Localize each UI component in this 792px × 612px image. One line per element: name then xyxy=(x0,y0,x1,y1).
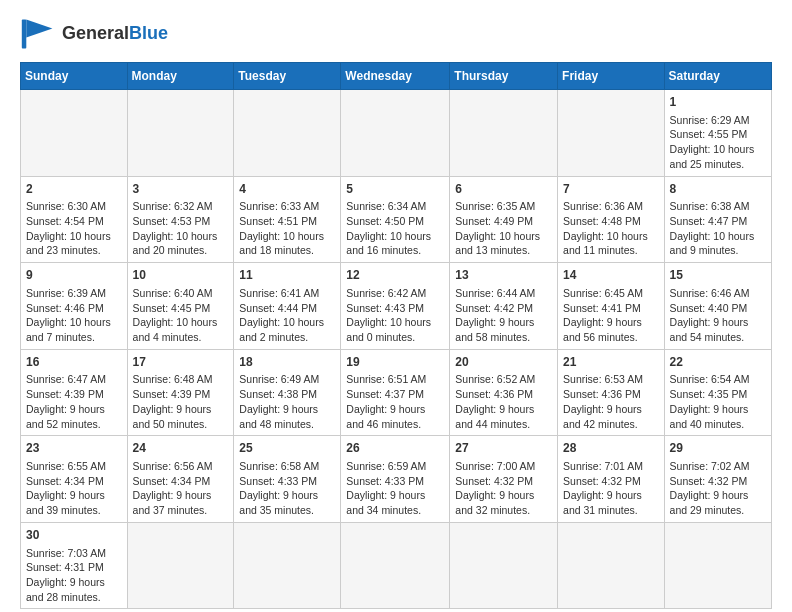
calendar-cell: 30Sunrise: 7:03 AM Sunset: 4:31 PM Dayli… xyxy=(21,522,128,609)
day-info: Sunrise: 6:51 AM Sunset: 4:37 PM Dayligh… xyxy=(346,372,444,431)
day-info: Sunrise: 7:00 AM Sunset: 4:32 PM Dayligh… xyxy=(455,459,552,518)
day-number: 30 xyxy=(26,527,122,544)
day-info: Sunrise: 6:36 AM Sunset: 4:48 PM Dayligh… xyxy=(563,199,659,258)
calendar-week-row: 30Sunrise: 7:03 AM Sunset: 4:31 PM Dayli… xyxy=(21,522,772,609)
day-number: 24 xyxy=(133,440,229,457)
day-info: Sunrise: 6:49 AM Sunset: 4:38 PM Dayligh… xyxy=(239,372,335,431)
day-number: 13 xyxy=(455,267,552,284)
day-info: Sunrise: 6:30 AM Sunset: 4:54 PM Dayligh… xyxy=(26,199,122,258)
day-info: Sunrise: 6:54 AM Sunset: 4:35 PM Dayligh… xyxy=(670,372,766,431)
calendar-cell: 13Sunrise: 6:44 AM Sunset: 4:42 PM Dayli… xyxy=(450,263,558,350)
day-number: 5 xyxy=(346,181,444,198)
svg-marker-1 xyxy=(26,20,52,38)
day-info: Sunrise: 6:42 AM Sunset: 4:43 PM Dayligh… xyxy=(346,286,444,345)
calendar-cell xyxy=(450,90,558,177)
day-info: Sunrise: 7:01 AM Sunset: 4:32 PM Dayligh… xyxy=(563,459,659,518)
calendar-day-header: Tuesday xyxy=(234,63,341,90)
calendar-cell xyxy=(234,90,341,177)
calendar-cell: 14Sunrise: 6:45 AM Sunset: 4:41 PM Dayli… xyxy=(558,263,665,350)
calendar-cell: 8Sunrise: 6:38 AM Sunset: 4:47 PM Daylig… xyxy=(664,176,771,263)
calendar-cell: 24Sunrise: 6:56 AM Sunset: 4:34 PM Dayli… xyxy=(127,436,234,523)
day-number: 15 xyxy=(670,267,766,284)
calendar-cell: 1Sunrise: 6:29 AM Sunset: 4:55 PM Daylig… xyxy=(664,90,771,177)
day-number: 11 xyxy=(239,267,335,284)
logo-general: General xyxy=(62,23,129,43)
calendar-cell: 3Sunrise: 6:32 AM Sunset: 4:53 PM Daylig… xyxy=(127,176,234,263)
day-number: 10 xyxy=(133,267,229,284)
calendar-cell: 29Sunrise: 7:02 AM Sunset: 4:32 PM Dayli… xyxy=(664,436,771,523)
day-number: 14 xyxy=(563,267,659,284)
calendar-cell xyxy=(21,90,128,177)
calendar-cell: 25Sunrise: 6:58 AM Sunset: 4:33 PM Dayli… xyxy=(234,436,341,523)
logo-blue: Blue xyxy=(129,23,168,43)
day-number: 29 xyxy=(670,440,766,457)
calendar-cell: 7Sunrise: 6:36 AM Sunset: 4:48 PM Daylig… xyxy=(558,176,665,263)
day-number: 21 xyxy=(563,354,659,371)
calendar-cell: 2Sunrise: 6:30 AM Sunset: 4:54 PM Daylig… xyxy=(21,176,128,263)
day-info: Sunrise: 6:47 AM Sunset: 4:39 PM Dayligh… xyxy=(26,372,122,431)
day-info: Sunrise: 6:33 AM Sunset: 4:51 PM Dayligh… xyxy=(239,199,335,258)
calendar-day-header: Saturday xyxy=(664,63,771,90)
calendar-cell xyxy=(558,90,665,177)
calendar-day-header: Friday xyxy=(558,63,665,90)
day-info: Sunrise: 6:32 AM Sunset: 4:53 PM Dayligh… xyxy=(133,199,229,258)
day-number: 20 xyxy=(455,354,552,371)
day-number: 6 xyxy=(455,181,552,198)
calendar-header-row: SundayMondayTuesdayWednesdayThursdayFrid… xyxy=(21,63,772,90)
day-number: 17 xyxy=(133,354,229,371)
calendar-cell: 17Sunrise: 6:48 AM Sunset: 4:39 PM Dayli… xyxy=(127,349,234,436)
day-number: 9 xyxy=(26,267,122,284)
logo: GeneralBlue xyxy=(20,16,168,52)
day-info: Sunrise: 6:59 AM Sunset: 4:33 PM Dayligh… xyxy=(346,459,444,518)
calendar-cell xyxy=(664,522,771,609)
calendar-cell: 10Sunrise: 6:40 AM Sunset: 4:45 PM Dayli… xyxy=(127,263,234,350)
calendar-cell xyxy=(127,90,234,177)
calendar-cell: 11Sunrise: 6:41 AM Sunset: 4:44 PM Dayli… xyxy=(234,263,341,350)
calendar-day-header: Thursday xyxy=(450,63,558,90)
day-number: 2 xyxy=(26,181,122,198)
day-number: 22 xyxy=(670,354,766,371)
day-number: 3 xyxy=(133,181,229,198)
calendar-cell: 9Sunrise: 6:39 AM Sunset: 4:46 PM Daylig… xyxy=(21,263,128,350)
day-info: Sunrise: 6:40 AM Sunset: 4:45 PM Dayligh… xyxy=(133,286,229,345)
day-info: Sunrise: 6:56 AM Sunset: 4:34 PM Dayligh… xyxy=(133,459,229,518)
day-info: Sunrise: 6:29 AM Sunset: 4:55 PM Dayligh… xyxy=(670,113,766,172)
day-number: 8 xyxy=(670,181,766,198)
calendar-cell: 12Sunrise: 6:42 AM Sunset: 4:43 PM Dayli… xyxy=(341,263,450,350)
calendar-week-row: 2Sunrise: 6:30 AM Sunset: 4:54 PM Daylig… xyxy=(21,176,772,263)
calendar-cell: 26Sunrise: 6:59 AM Sunset: 4:33 PM Dayli… xyxy=(341,436,450,523)
day-info: Sunrise: 6:58 AM Sunset: 4:33 PM Dayligh… xyxy=(239,459,335,518)
calendar-cell: 20Sunrise: 6:52 AM Sunset: 4:36 PM Dayli… xyxy=(450,349,558,436)
calendar-cell: 15Sunrise: 6:46 AM Sunset: 4:40 PM Dayli… xyxy=(664,263,771,350)
day-info: Sunrise: 6:55 AM Sunset: 4:34 PM Dayligh… xyxy=(26,459,122,518)
calendar-cell: 4Sunrise: 6:33 AM Sunset: 4:51 PM Daylig… xyxy=(234,176,341,263)
calendar-cell xyxy=(341,522,450,609)
day-info: Sunrise: 6:35 AM Sunset: 4:49 PM Dayligh… xyxy=(455,199,552,258)
calendar-cell: 5Sunrise: 6:34 AM Sunset: 4:50 PM Daylig… xyxy=(341,176,450,263)
day-info: Sunrise: 7:02 AM Sunset: 4:32 PM Dayligh… xyxy=(670,459,766,518)
day-number: 1 xyxy=(670,94,766,111)
page: GeneralBlue SundayMondayTuesdayWednesday… xyxy=(0,0,792,612)
calendar-cell xyxy=(558,522,665,609)
calendar-cell: 22Sunrise: 6:54 AM Sunset: 4:35 PM Dayli… xyxy=(664,349,771,436)
day-info: Sunrise: 6:41 AM Sunset: 4:44 PM Dayligh… xyxy=(239,286,335,345)
calendar-cell xyxy=(450,522,558,609)
day-number: 18 xyxy=(239,354,335,371)
calendar-cell xyxy=(234,522,341,609)
calendar-cell: 21Sunrise: 6:53 AM Sunset: 4:36 PM Dayli… xyxy=(558,349,665,436)
day-info: Sunrise: 6:48 AM Sunset: 4:39 PM Dayligh… xyxy=(133,372,229,431)
calendar-day-header: Wednesday xyxy=(341,63,450,90)
calendar-cell: 16Sunrise: 6:47 AM Sunset: 4:39 PM Dayli… xyxy=(21,349,128,436)
day-number: 12 xyxy=(346,267,444,284)
header: GeneralBlue xyxy=(20,16,772,52)
logo-text: GeneralBlue xyxy=(62,24,168,44)
day-info: Sunrise: 6:46 AM Sunset: 4:40 PM Dayligh… xyxy=(670,286,766,345)
day-number: 19 xyxy=(346,354,444,371)
calendar-day-header: Monday xyxy=(127,63,234,90)
calendar-cell: 18Sunrise: 6:49 AM Sunset: 4:38 PM Dayli… xyxy=(234,349,341,436)
calendar-cell: 27Sunrise: 7:00 AM Sunset: 4:32 PM Dayli… xyxy=(450,436,558,523)
calendar: SundayMondayTuesdayWednesdayThursdayFrid… xyxy=(20,62,772,609)
calendar-cell xyxy=(341,90,450,177)
day-info: Sunrise: 6:39 AM Sunset: 4:46 PM Dayligh… xyxy=(26,286,122,345)
calendar-cell: 19Sunrise: 6:51 AM Sunset: 4:37 PM Dayli… xyxy=(341,349,450,436)
